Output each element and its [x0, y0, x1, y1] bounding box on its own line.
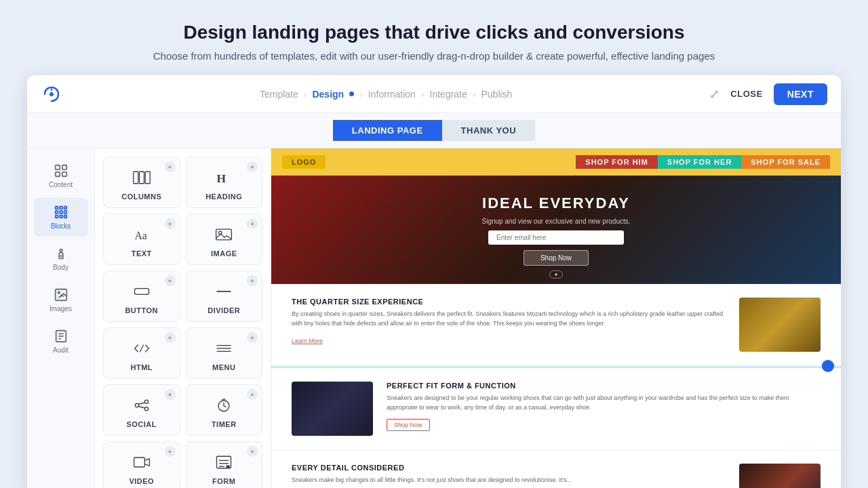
lp-section-1-text: THE QUARTER SIZE EXPERIENCE By creating …	[292, 298, 726, 346]
svg-rect-2	[62, 165, 66, 169]
chevron-icon-2: ›	[359, 89, 363, 100]
add-icon: +	[247, 446, 258, 457]
add-icon: +	[165, 332, 176, 343]
lp-hero-email-input[interactable]	[488, 230, 624, 245]
block-button-label: BUTTON	[125, 306, 158, 314]
svg-rect-4	[62, 172, 66, 176]
svg-point-35	[135, 403, 138, 407]
block-heading[interactable]: + H HEADING	[186, 157, 263, 208]
svg-rect-23	[139, 171, 144, 184]
lp-section-1-body: By creating shoes in quarter sizes, Snea…	[292, 310, 726, 328]
add-icon: +	[165, 218, 176, 229]
builder-nav: Template › Design › Information › Integr…	[27, 75, 841, 113]
block-text[interactable]: + Aa TEXT	[103, 214, 180, 265]
block-menu-label: MENU	[212, 363, 235, 371]
lp-nav-sale: SHOP FOR SALE	[741, 155, 830, 169]
lp-section-2-body: Sneakers are designed to be your regular…	[387, 394, 821, 412]
svg-line-42	[224, 406, 226, 407]
nav-step-publish[interactable]: Publish	[481, 89, 512, 100]
lp-section-3-title: EVERY DETAIL CONSIDERED	[292, 464, 726, 472]
block-divider-label: DIVIDER	[208, 306, 240, 314]
add-icon: +	[247, 218, 258, 229]
svg-point-17	[58, 291, 60, 293]
tab-bar: LANDING PAGE THANK YOU	[27, 113, 841, 148]
nav-steps: Template › Design › Information › Integr…	[62, 89, 709, 100]
svg-rect-7	[64, 207, 66, 209]
lp-preview: LOGO SHOP FOR HIM SHOP FOR HER SHOP FOR …	[271, 148, 841, 488]
block-columns[interactable]: + COLUMNS	[103, 157, 180, 208]
block-image[interactable]: + IMAGE	[186, 214, 263, 265]
svg-rect-13	[64, 216, 66, 218]
sidebar-item-images[interactable]: Images	[34, 281, 88, 319]
block-form-label: FORM	[212, 477, 235, 485]
sidebar-item-audit-label: Audit	[53, 346, 68, 354]
lp-navbar: LOGO SHOP FOR HIM SHOP FOR HER SHOP FOR …	[271, 148, 841, 176]
heading-icon: H	[214, 168, 233, 187]
sidebar-item-audit[interactable]: Audit	[34, 322, 88, 361]
builder-body: Content Blocks	[27, 148, 841, 488]
block-video[interactable]: + VIDEO	[103, 441, 180, 488]
sidebar-item-content[interactable]: Content	[34, 157, 88, 195]
lp-hero-shop-button[interactable]: Shop Now	[524, 250, 589, 266]
svg-text:H: H	[217, 171, 226, 185]
svg-rect-44	[134, 458, 144, 467]
layers-icon	[54, 163, 68, 178]
lp-hero: IDEAL EVERYDAY Signup and view our exclu…	[271, 176, 841, 284]
button-icon	[132, 282, 151, 301]
block-menu[interactable]: + MENU	[186, 327, 263, 379]
audit-icon	[54, 329, 68, 344]
grid-icon	[54, 205, 68, 220]
next-button[interactable]: NEXT	[774, 83, 827, 105]
lp-section-2-btn[interactable]: Shop Now	[387, 419, 430, 431]
add-icon: +	[165, 275, 176, 286]
svg-rect-22	[134, 171, 138, 184]
lp-section-2-image	[292, 382, 373, 436]
nav-step-integrate[interactable]: Integrate	[430, 89, 467, 100]
add-icon: +	[247, 389, 258, 400]
svg-rect-29	[134, 289, 149, 295]
nav-step-template[interactable]: Template	[260, 89, 298, 100]
add-icon: +	[165, 389, 176, 400]
block-button[interactable]: + BUTTON	[103, 270, 180, 322]
block-heading-label: HEADING	[205, 192, 242, 201]
sidebar-item-blocks-label: Blocks	[51, 222, 71, 230]
active-dot	[349, 92, 354, 96]
nav-step-design[interactable]: Design	[312, 89, 354, 100]
block-video-label: VIDEO	[129, 477, 154, 485]
svg-line-39	[138, 407, 144, 408]
chevron-icon-1: ›	[304, 89, 307, 100]
social-icon	[132, 396, 151, 415]
block-columns-label: COLUMNS	[121, 192, 161, 201]
block-timer[interactable]: + TIMER	[186, 384, 263, 436]
block-html-label: HTML	[130, 363, 153, 371]
close-button[interactable]: CLOSE	[730, 89, 762, 99]
lp-hero-title: IDEAL EVERYDAY	[482, 195, 630, 212]
lp-logo: LOGO	[282, 155, 326, 169]
block-social[interactable]: + SOCIAL	[103, 384, 180, 436]
block-form[interactable]: + FORM	[186, 441, 263, 488]
builder-container: Template › Design › Information › Integr…	[27, 75, 841, 488]
block-html[interactable]: + HTML	[103, 327, 180, 379]
body-icon	[54, 246, 68, 261]
blocks-grid: + COLUMNS + H HEADING	[103, 157, 262, 488]
svg-rect-24	[145, 171, 150, 184]
divider-icon	[214, 282, 233, 301]
block-divider[interactable]: + DIVIDER	[186, 270, 263, 322]
sidebar-item-body[interactable]: Body	[34, 239, 88, 278]
lp-section-2-title: PERFECT FIT FORM & FUNCTION	[387, 382, 821, 390]
nav-step-information[interactable]: Information	[368, 89, 416, 100]
tab-landing-page[interactable]: LANDING PAGE	[333, 120, 442, 141]
sidebar-item-blocks[interactable]: Blocks	[34, 198, 88, 237]
expand-icon[interactable]: ⤢	[709, 87, 719, 102]
block-timer-label: TIMER	[212, 420, 237, 428]
svg-rect-6	[60, 207, 62, 209]
svg-rect-1	[55, 165, 59, 169]
lp-section-3-text: EVERY DETAIL CONSIDERED Sneakers make bi…	[292, 464, 726, 488]
menu-icon	[214, 339, 233, 358]
lp-section-1-link[interactable]: Learn More	[292, 338, 323, 344]
add-icon: +	[247, 332, 258, 343]
video-icon	[132, 453, 151, 472]
tab-thank-you[interactable]: THANK YOU	[442, 120, 536, 141]
sidebar-item-body-label: Body	[53, 264, 68, 271]
lp-nav-her: SHOP FOR HER	[658, 155, 742, 169]
